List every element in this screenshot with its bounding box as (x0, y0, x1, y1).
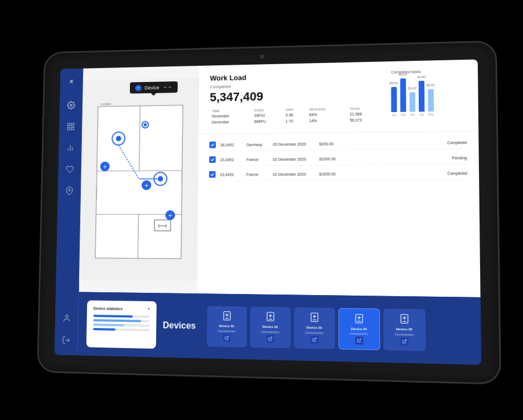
stats-bar-row (93, 328, 150, 331)
device-card-02[interactable]: Device 02Characteristics (250, 306, 290, 348)
workload-table: TIME CODE UNIT PROCESS TOTAL November39F… (210, 106, 380, 125)
device-card-link[interactable] (310, 336, 318, 344)
stats-bar-bg (93, 324, 150, 327)
add-node-button-2[interactable]: + (142, 180, 151, 190)
sidebar-item-location[interactable] (63, 185, 75, 196)
bar-value-label: 38,127 (427, 83, 435, 86)
sidebar-item-user[interactable] (61, 312, 72, 324)
cell-total: 56,273 (347, 117, 380, 123)
device-card-name: Device 05 (396, 327, 412, 331)
bar: 41,247 (419, 80, 425, 111)
sidebar-item-logout[interactable] (60, 334, 72, 346)
stats-bar-bg (93, 328, 150, 331)
task-country: France (246, 172, 269, 176)
device-card-link[interactable] (400, 337, 409, 346)
stats-dropdown-icon[interactable]: ▾ (148, 306, 150, 311)
device-card-sub: Characteristics (395, 332, 414, 336)
task-checkbox[interactable] (209, 141, 216, 148)
tablet-screen: × (55, 59, 481, 364)
device-card-sub: Characteristics (305, 330, 324, 334)
sidebar-item-grid[interactable] (65, 120, 76, 132)
device-card-04[interactable]: Device 04Characteristics (338, 307, 380, 350)
svg-rect-17 (138, 214, 181, 258)
stats-bar-fill (93, 319, 141, 322)
workload-number: 5,347,409 (210, 87, 380, 104)
task-country: France (246, 157, 269, 161)
device-card-name: Device 02 (262, 325, 278, 329)
task-amount: $1000.00 (319, 171, 342, 175)
stats-bars (93, 315, 150, 331)
add-node-button-1[interactable]: + (100, 161, 110, 171)
bar-label: Feb (401, 113, 406, 116)
stats-bar-row (93, 324, 150, 327)
cell-time: November (210, 112, 252, 119)
device-card-link[interactable] (222, 334, 230, 341)
cell-process: 84% (307, 111, 347, 118)
device-card-icon (222, 310, 232, 323)
task-date: 05 December 2020 (273, 142, 314, 146)
cell-time: December (210, 118, 252, 125)
task-row[interactable]: 23,3452France02 December 2020$1000.00Pen… (209, 151, 467, 166)
devices-label: Devices (163, 320, 196, 330)
task-checkbox[interactable] (209, 171, 216, 177)
completed-tasks-chart: Completed tasks 38,411Jan44,127Feb32,147… (391, 69, 467, 123)
cell-process: 14% (307, 117, 347, 124)
device-card-05[interactable]: Device 05Characteristics (383, 308, 425, 350)
close-button[interactable]: × (69, 77, 74, 85)
cell-code: 39FGI (252, 112, 283, 119)
device-card-link[interactable] (355, 336, 363, 344)
tooltip-minus-icon[interactable]: − (135, 84, 142, 91)
col-code: CODE (252, 108, 283, 113)
stats-card-title: Device statistics (93, 306, 123, 310)
bar: 44,127 (400, 78, 406, 112)
tablet-camera (260, 54, 265, 59)
cell-code: 689PU (252, 118, 283, 124)
bar-label: Jan (392, 113, 396, 116)
device-card-name: Device 01 (219, 324, 235, 328)
tooltip-label: Device (144, 84, 159, 90)
sidebar-item-chart[interactable] (64, 142, 76, 153)
bar: 32,147 (409, 92, 415, 112)
task-status: Completed (346, 171, 467, 175)
device-tooltip[interactable]: − Device ～～ (130, 81, 177, 93)
svg-rect-16 (95, 214, 138, 258)
svg-point-0 (70, 104, 72, 106)
device-card-link[interactable] (266, 335, 274, 343)
sidebar-item-settings[interactable] (65, 99, 77, 111)
stats-bar-row (93, 315, 150, 318)
stats-bar-bg (93, 319, 150, 322)
floorplan-svg: LAYER (79, 65, 199, 293)
device-card-name: Device 04 (351, 326, 367, 330)
sidebar-item-heart[interactable] (64, 163, 75, 175)
device-card-sub: Characteristics (261, 330, 279, 334)
task-row[interactable]: 23,3452France02 December 2020$1000.00Com… (209, 166, 467, 181)
device-stats-card: Device statistics ▾ (86, 300, 157, 349)
workload-title: Work Load (210, 70, 380, 82)
svg-rect-2 (71, 123, 74, 126)
task-amount: $1000.00 (319, 156, 341, 160)
col-unit: UNIT (283, 107, 307, 112)
bar-value-label: 32,147 (408, 86, 417, 90)
svg-rect-1 (67, 123, 70, 126)
task-status: Completed (346, 140, 467, 145)
bar-label: May (428, 112, 434, 115)
bar: 38,127 (428, 89, 434, 111)
add-node-button-3[interactable]: + (165, 210, 175, 220)
task-row[interactable]: 38,3452Germany05 December 2020$200.00Com… (209, 136, 467, 151)
col-total: TOTAL (347, 106, 380, 111)
stats-bar-bg (93, 315, 150, 318)
device-card-03[interactable]: Device 03Characteristics (294, 307, 335, 349)
device-card-01[interactable]: Device 01Characteristics (206, 306, 246, 347)
device-card-icon (265, 311, 275, 324)
svg-rect-3 (67, 127, 70, 130)
device-card-icon (399, 313, 409, 326)
bar-value-label: 41,247 (417, 75, 426, 78)
device-cards-container: Device 01CharacteristicsDevice 02Charact… (206, 306, 425, 351)
bottom-area: Device statistics ▾ Devices Device 01Cha… (78, 292, 481, 365)
device-card-icon (309, 312, 319, 325)
task-id: 23,3452 (220, 172, 241, 176)
device-card-sub: Characteristics (217, 329, 236, 333)
task-checkbox[interactable] (209, 156, 216, 163)
tablet-shell: × (38, 42, 500, 383)
task-country: Germany (246, 142, 269, 146)
